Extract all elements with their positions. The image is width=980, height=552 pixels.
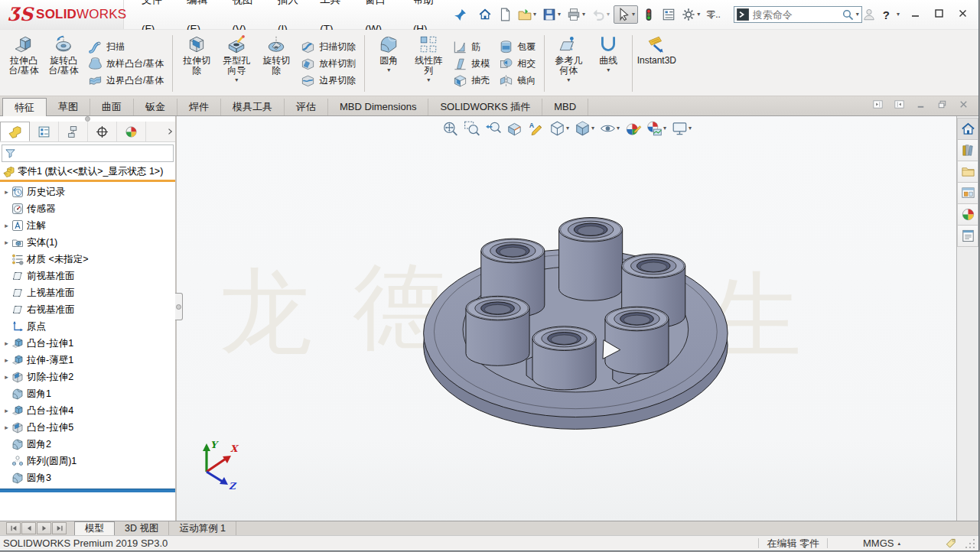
view-orientation-button[interactable]: ▾ <box>547 119 571 138</box>
rib-button[interactable]: 筋 <box>451 39 492 55</box>
dropdown-icon[interactable]: ▾ <box>663 125 666 132</box>
tree-filter[interactable] <box>2 144 174 162</box>
apply-scene-button[interactable]: ▾ <box>644 119 668 138</box>
search-dropdown-icon[interactable]: ▾ <box>856 11 859 18</box>
linear-pattern-button[interactable]: 线性阵列▾ <box>409 32 448 95</box>
first-tab-button[interactable] <box>6 522 21 534</box>
expand-arrow-icon[interactable]: ▸ <box>2 239 11 246</box>
panel-collapse-handle[interactable] <box>175 293 183 320</box>
tree-item[interactable]: 右视基准面 <box>0 301 175 318</box>
hide-show-items-button[interactable]: ▾ <box>597 119 621 138</box>
search-input[interactable] <box>751 8 842 21</box>
instant3d-button[interactable]: Instant3D <box>637 32 676 95</box>
zoom-to-area-button[interactable] <box>461 119 481 138</box>
loft-button[interactable]: 放样凸台/基体 <box>86 56 166 72</box>
tree-item[interactable]: ▸实体(1) <box>0 234 175 251</box>
dropdown-icon[interactable]: ▾ <box>591 125 594 132</box>
dropdown-icon[interactable]: ▾ <box>387 67 390 73</box>
resize-grip[interactable] <box>965 538 975 549</box>
dropdown-icon[interactable]: ▾ <box>617 125 620 132</box>
tree-item[interactable]: ▸切除-拉伸2 <box>0 369 175 385</box>
new-document-button[interactable] <box>496 6 514 23</box>
tree-item[interactable]: 圆角3 <box>0 469 175 486</box>
select-button[interactable]: ▾ <box>614 5 638 24</box>
featuremanager-tab[interactable] <box>0 122 30 141</box>
tree-item[interactable]: 圆角2 <box>0 436 175 453</box>
loft-cut-button[interactable]: 放样切割 <box>298 56 358 72</box>
boundary-cut-button[interactable]: 边界切除 <box>298 73 358 89</box>
tag-icon[interactable] <box>945 537 957 549</box>
zoom-to-fit-button[interactable] <box>440 119 460 138</box>
dropdown-icon[interactable]: ▾ <box>566 125 569 132</box>
dropdown-icon[interactable]: ▾ <box>582 11 585 18</box>
expand-arrow-icon[interactable]: ▸ <box>2 339 11 347</box>
section-view-button[interactable] <box>504 119 524 138</box>
expand-arrow-icon[interactable]: ▸ <box>2 424 11 431</box>
graphics-area[interactable]: 龙德生 <box>177 116 956 521</box>
tab-MBD Dimensions[interactable]: MBD Dimensions <box>328 99 428 115</box>
tab-MBD[interactable]: MBD <box>542 99 588 115</box>
expand-manager-tabs[interactable] <box>164 122 175 141</box>
tree-item[interactable]: 材质 <未指定> <box>0 251 175 268</box>
previous-view-button[interactable] <box>483 119 503 138</box>
fillet-button[interactable]: 圆角▾ <box>370 32 408 95</box>
collapse-left-pane-button[interactable] <box>872 99 884 113</box>
pin-icon[interactable] <box>454 8 467 21</box>
expand-arrow-icon[interactable]: ▸ <box>2 356 11 364</box>
dropdown-icon[interactable]: ▾ <box>533 11 536 18</box>
minimize-button[interactable] <box>907 8 923 21</box>
wrap-button[interactable]: 包覆 <box>497 39 538 55</box>
dropdown-icon[interactable]: ▾ <box>632 11 635 18</box>
open-button[interactable]: ▾ <box>516 6 539 23</box>
view-palette-button[interactable] <box>957 183 978 204</box>
help-button[interactable]: ? <box>883 8 890 21</box>
expand-arrow-icon[interactable]: ▸ <box>2 188 11 196</box>
file-properties-button[interactable] <box>659 6 678 23</box>
tree-item[interactable]: 传感器 <box>0 200 175 217</box>
appearances-scenes-button[interactable] <box>957 204 978 226</box>
expand-arrow-icon[interactable]: ▸ <box>2 222 11 229</box>
help-dropdown-icon[interactable]: ▾ <box>897 11 900 18</box>
annotation-view-button[interactable]: A <box>526 119 545 138</box>
file-explorer-button[interactable] <box>957 161 978 183</box>
hole-wizard-button[interactable]: 异型孔向导▾ <box>217 32 256 95</box>
doc-tab-模型[interactable]: 模型 <box>74 521 115 535</box>
edit-appearance-button[interactable] <box>623 119 643 138</box>
expand-arrow-icon[interactable]: ▸ <box>2 373 11 381</box>
expand-arrow-icon[interactable]: ▸ <box>2 407 11 414</box>
document-minimize-button[interactable] <box>915 99 926 113</box>
collapse-right-pane-button[interactable] <box>894 99 905 113</box>
rebuild-button[interactable] <box>640 6 658 23</box>
tab-特征[interactable]: 特征 <box>2 98 47 116</box>
tree-item[interactable]: 圆角1 <box>0 385 175 402</box>
doc-tab-运动算例 1[interactable]: 运动算例 1 <box>169 521 236 535</box>
dropdown-icon[interactable]: ▾ <box>558 11 561 18</box>
sweep-button[interactable]: 扫描 <box>86 39 166 55</box>
custom-properties-button[interactable] <box>957 226 978 247</box>
previous-tab-button[interactable] <box>21 522 36 534</box>
displaymanager-tab[interactable] <box>117 122 146 141</box>
tree-item[interactable]: ▸注解 <box>0 217 175 234</box>
revolve-cut-button[interactable]: 旋转切除 <box>257 32 295 95</box>
tree-item[interactable]: ▸历史记录 <box>0 183 175 200</box>
boundary-boss-button[interactable]: 边界凸台/基体 <box>86 73 166 89</box>
tree-item[interactable]: ▸拉伸-薄壁1 <box>0 352 175 369</box>
home-button[interactable] <box>476 6 494 23</box>
intersect-button[interactable]: 相交 <box>497 56 538 72</box>
rollback-bar[interactable] <box>0 489 175 492</box>
reference-geometry-button[interactable]: 参考几何体▾ <box>549 32 588 95</box>
unit-system-selector[interactable]: MMGS▴ <box>863 537 900 549</box>
tab-焊件[interactable]: 焊件 <box>177 99 221 115</box>
dropdown-icon[interactable]: ▾ <box>697 11 700 18</box>
tree-item[interactable]: ▸凸台-拉伸4 <box>0 402 175 419</box>
last-tab-button[interactable] <box>52 522 67 534</box>
dropdown-icon[interactable]: ▾ <box>607 67 610 73</box>
tab-曲面[interactable]: 曲面 <box>90 99 134 115</box>
dropdown-icon[interactable]: ▾ <box>689 125 692 132</box>
search-icon[interactable] <box>842 8 854 21</box>
tab-钣金[interactable]: 钣金 <box>134 99 177 115</box>
print-button[interactable]: ▾ <box>565 6 588 23</box>
close-button[interactable] <box>954 8 971 21</box>
tab-草图[interactable]: 草图 <box>47 99 90 115</box>
propertymanager-tab[interactable] <box>30 122 59 141</box>
